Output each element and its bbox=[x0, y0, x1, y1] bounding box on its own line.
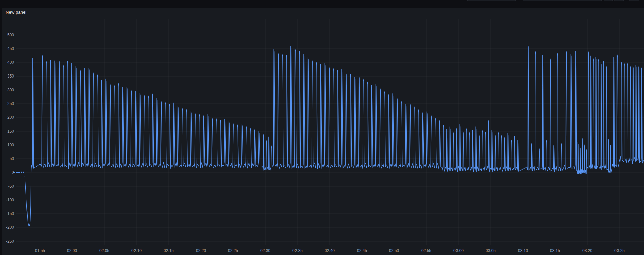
y-tick-label: 50 bbox=[10, 156, 14, 161]
x-tick-label: 03:15 bbox=[550, 248, 560, 253]
x-tick-label: 02:35 bbox=[292, 248, 303, 253]
y-tick-label: -250 bbox=[6, 239, 14, 244]
y-tick-label: -50 bbox=[8, 184, 14, 189]
series-point bbox=[23, 172, 24, 173]
series-point bbox=[18, 172, 20, 173]
y-tick-label: -150 bbox=[6, 211, 14, 216]
x-tick-label: 02:25 bbox=[228, 248, 238, 253]
y-tick-label: -200 bbox=[6, 225, 14, 230]
y-tick-label: 150 bbox=[7, 129, 14, 134]
y-tick-label: 500 bbox=[7, 33, 14, 37]
x-tick-label: 03:25 bbox=[614, 248, 625, 253]
y-tick-label: 0 bbox=[12, 170, 14, 175]
x-tick-label: 03:10 bbox=[518, 248, 528, 253]
x-tick-label: 02:30 bbox=[260, 248, 270, 253]
y-tick-label: -100 bbox=[6, 198, 14, 202]
x-tick-label: 02:05 bbox=[99, 248, 109, 253]
x-tick-label: 02:00 bbox=[67, 248, 77, 253]
y-tick-label: 350 bbox=[7, 74, 14, 79]
series-point bbox=[21, 172, 22, 173]
x-tick-label: 02:10 bbox=[131, 248, 142, 253]
y-tick-label: 200 bbox=[7, 115, 14, 120]
y-tick-label: 450 bbox=[7, 46, 14, 51]
x-tick-label: 02:45 bbox=[357, 248, 367, 253]
grafana-edit-panel-view: { "panel": { "title": "New panel" }, "to… bbox=[0, 0, 644, 255]
x-tick-label: 03:00 bbox=[453, 248, 464, 253]
time-series-chart[interactable]: 500450400350300250200150100500-50-100-15… bbox=[0, 0, 644, 255]
x-tick-label: 02:40 bbox=[325, 248, 335, 253]
y-tick-label: 100 bbox=[7, 143, 14, 147]
y-tick-label: 400 bbox=[7, 60, 14, 65]
x-tick-label: 02:15 bbox=[164, 248, 174, 253]
x-tick-label: 02:20 bbox=[196, 248, 206, 253]
series-layer bbox=[12, 45, 644, 227]
x-tick-label: 03:05 bbox=[486, 248, 496, 253]
axis-labels: 500450400350300250200150100500-50-100-15… bbox=[6, 33, 625, 253]
series-line bbox=[25, 45, 644, 227]
x-tick-label: 01:55 bbox=[35, 248, 45, 253]
y-tick-label: 300 bbox=[7, 88, 14, 92]
y-tick-label: 250 bbox=[7, 101, 14, 106]
x-tick-label: 02:50 bbox=[389, 248, 399, 253]
x-tick-label: 03:20 bbox=[582, 248, 592, 253]
x-tick-label: 02:55 bbox=[421, 248, 431, 253]
